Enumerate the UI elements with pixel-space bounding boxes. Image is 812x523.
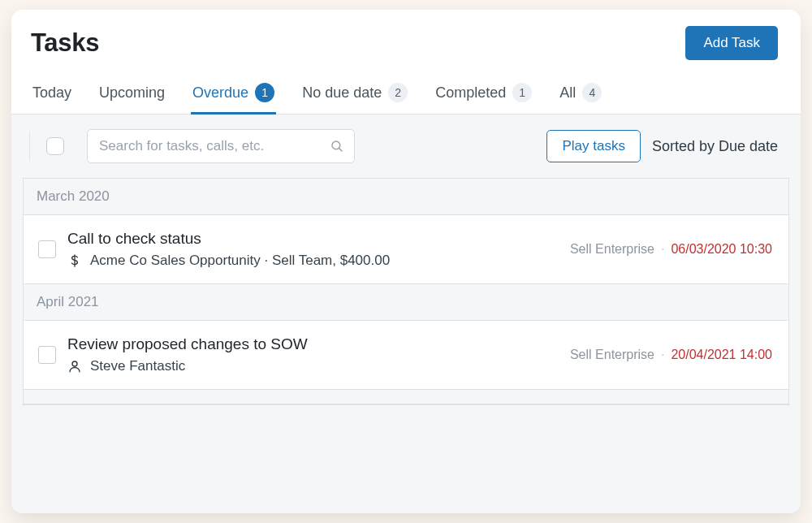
- tab-overdue[interactable]: Overdue 1: [191, 78, 276, 115]
- sort-label: Sorted by Due date: [652, 138, 778, 155]
- page-header: Tasks Add Task: [11, 10, 801, 71]
- select-all-checkbox[interactable]: [46, 137, 64, 155]
- svg-line-1: [339, 148, 342, 151]
- tasks-list: March 2020 Call to check status Acme Co …: [23, 178, 789, 405]
- task-row[interactable]: Review proposed changes to SOW Steve Fan…: [24, 321, 788, 390]
- tab-all[interactable]: All 4: [558, 78, 603, 115]
- task-title: Call to check status: [67, 230, 559, 248]
- task-meta: Sell Enterprise · 20/04/2021 14:00: [570, 348, 772, 362]
- task-sub-text: Steve Fantastic: [90, 358, 185, 374]
- tab-completed[interactable]: Completed 1: [434, 78, 533, 115]
- toolbar: Play tasks Sorted by Due date: [11, 115, 801, 178]
- task-tag: Sell Enterprise: [570, 348, 654, 362]
- meta-separator: ·: [661, 348, 664, 362]
- tab-label: Today: [32, 84, 71, 102]
- task-due: 06/03/2020 10:30: [671, 242, 772, 257]
- group-heading-partial: [24, 390, 788, 404]
- task-title: Review proposed changes to SOW: [67, 335, 559, 353]
- tab-upcoming[interactable]: Upcoming: [97, 80, 166, 114]
- add-task-button[interactable]: Add Task: [685, 26, 778, 60]
- task-main: Call to check status Acme Co Sales Oppor…: [67, 230, 559, 269]
- tab-label: Completed: [435, 84, 506, 102]
- dollar-icon: [67, 253, 82, 268]
- meta-separator: ·: [661, 242, 664, 257]
- search-field[interactable]: [87, 129, 355, 163]
- tab-no-due-date[interactable]: No due date 2: [300, 78, 409, 115]
- tab-label: All: [559, 84, 576, 102]
- person-icon: [67, 359, 82, 374]
- task-checkbox[interactable]: [38, 346, 56, 364]
- divider: [29, 132, 30, 161]
- search-input[interactable]: [99, 138, 330, 154]
- task-checkbox[interactable]: [38, 240, 56, 258]
- content-area: Play tasks Sorted by Due date March 2020…: [11, 115, 801, 513]
- task-row[interactable]: Call to check status Acme Co Sales Oppor…: [24, 215, 788, 284]
- tab-today[interactable]: Today: [31, 80, 73, 114]
- task-meta: Sell Enterprise · 06/03/2020 10:30: [570, 242, 772, 257]
- tab-count-badge: 2: [388, 83, 408, 102]
- tab-label: Overdue: [192, 84, 248, 102]
- page-title: Tasks: [31, 28, 99, 58]
- tab-count-badge: 1: [512, 83, 532, 102]
- task-sub: Acme Co Sales Opportunity · Sell Team, $…: [67, 253, 559, 269]
- svg-point-3: [72, 361, 77, 366]
- tab-label: No due date: [302, 84, 382, 102]
- group-heading: March 2020: [24, 179, 788, 215]
- tab-label: Upcoming: [99, 84, 165, 102]
- task-tag: Sell Enterprise: [570, 242, 654, 257]
- search-icon: [330, 139, 344, 153]
- tasks-page: Tasks Add Task Today Upcoming Overdue 1 …: [11, 10, 801, 513]
- play-tasks-button[interactable]: Play tasks: [546, 130, 640, 162]
- task-sub-text: Acme Co Sales Opportunity · Sell Team, $…: [90, 253, 390, 269]
- tab-count-badge: 4: [582, 83, 602, 102]
- tabs: Today Upcoming Overdue 1 No due date 2 C…: [11, 71, 801, 115]
- task-sub: Steve Fantastic: [67, 358, 559, 374]
- task-main: Review proposed changes to SOW Steve Fan…: [67, 335, 559, 374]
- group-heading: April 2021: [24, 284, 788, 321]
- task-due: 20/04/2021 14:00: [671, 348, 772, 362]
- tab-count-badge: 1: [255, 83, 274, 102]
